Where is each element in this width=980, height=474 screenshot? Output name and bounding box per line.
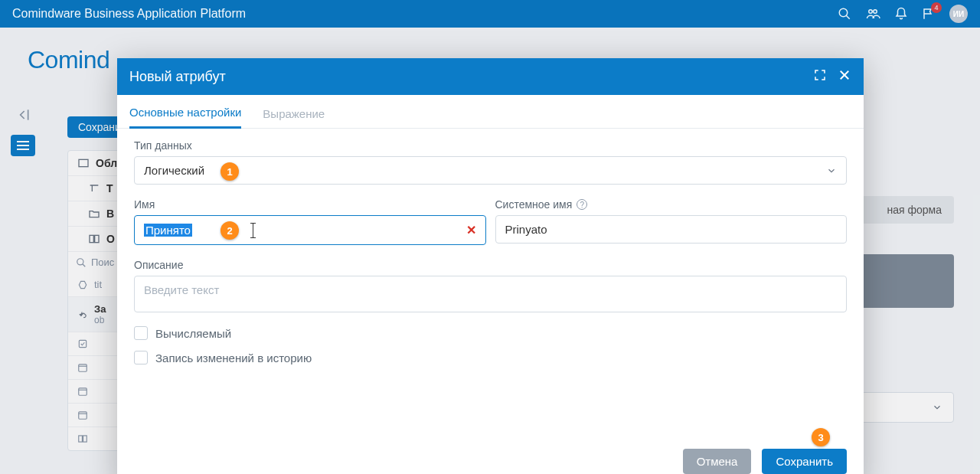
modal-footer: Отмена Сохранить 3 [117, 436, 864, 474]
name-field-group: Имя Принято ✕ 2 [134, 198, 486, 245]
svg-point-2 [869, 10, 873, 14]
sysname-input[interactable]: Prinyato [495, 215, 848, 244]
modal-tabs: Основные настройки Выражение [117, 95, 864, 129]
topbar-actions: 4 ИИ [838, 5, 968, 23]
description-field: Описание Введите текст [134, 259, 847, 312]
svg-point-0 [839, 8, 848, 17]
description-label: Описание [134, 259, 847, 271]
search-icon[interactable] [838, 7, 851, 21]
description-input[interactable]: Введите текст [134, 276, 847, 312]
name-label: Имя [134, 198, 486, 211]
callout-3: 3 [812, 428, 830, 446]
modal-title: Новый атрибут [129, 69, 226, 85]
sysname-field-group: Системное имя ? Prinyato [495, 198, 848, 245]
topbar: Comindware Business Application Platform… [0, 0, 980, 28]
computed-checkbox-row[interactable]: Вычисляемый [134, 326, 847, 340]
tab-main-settings[interactable]: Основные настройки [129, 98, 241, 129]
datatype-field: Тип данных Логический 1 [134, 139, 847, 185]
name-value: Принято [144, 224, 192, 237]
tab-expression[interactable]: Выражение [263, 100, 325, 128]
datatype-select[interactable]: Логический 1 [134, 156, 847, 185]
chevron-down-icon [826, 165, 837, 176]
name-input[interactable]: Принято ✕ 2 [134, 215, 486, 245]
svg-line-1 [846, 15, 850, 19]
app-title: Comindware Business Application Platform [12, 7, 246, 21]
save-button[interactable]: Сохранить [762, 449, 847, 474]
users-icon[interactable] [865, 7, 880, 21]
cancel-button[interactable]: Отмена [683, 449, 752, 474]
modal-header: Новый атрибут [117, 58, 864, 95]
fullscreen-icon[interactable] [813, 68, 827, 85]
svg-point-3 [874, 10, 877, 14]
flag-icon[interactable]: 4 [922, 7, 936, 21]
clear-icon[interactable]: ✕ [466, 223, 476, 237]
history-checkbox[interactable] [134, 351, 148, 364]
text-cursor-icon [253, 223, 253, 238]
bell-icon[interactable] [894, 7, 908, 21]
sysname-label: Системное имя ? [495, 198, 848, 211]
app-body: Comind Сохрани Обл Т В О Поис [0, 28, 980, 474]
history-checkbox-row[interactable]: Запись изменений в историю [134, 351, 847, 364]
sysname-value: Prinyato [505, 223, 547, 236]
history-label: Запись изменений в историю [155, 351, 312, 364]
computed-label: Вычисляемый [155, 327, 231, 340]
close-icon[interactable] [838, 68, 851, 85]
avatar[interactable]: ИИ [949, 5, 968, 23]
callout-1: 1 [220, 162, 239, 181]
callout-2: 2 [220, 221, 239, 240]
notification-badge: 4 [931, 2, 942, 13]
new-attribute-modal: Новый атрибут Основные настройки Выражен… [117, 58, 864, 474]
datatype-value: Логический [144, 164, 204, 177]
computed-checkbox[interactable] [134, 326, 148, 340]
datatype-label: Тип данных [134, 139, 847, 152]
modal-body: Тип данных Логический 1 Имя Принято ✕ 2 [117, 129, 864, 436]
help-icon[interactable]: ? [577, 199, 587, 210]
